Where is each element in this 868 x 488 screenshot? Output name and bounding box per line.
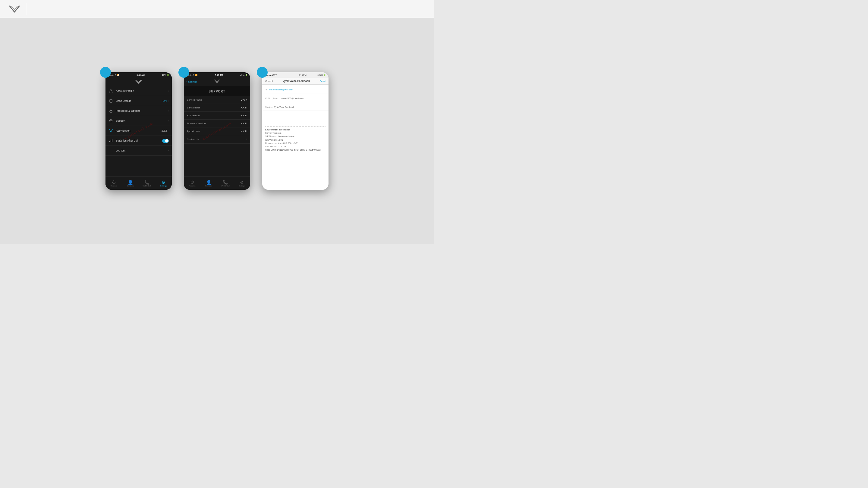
email-body-line-5: Case UUID: D611D9DB-FA03-57CF-BD78-E4312… [265, 148, 326, 152]
menu-value-case-details: ON [163, 99, 167, 102]
tab-vysk-call-2[interactable]: 📞 VYSK Call [217, 180, 234, 187]
support-icon [108, 119, 113, 123]
phone3-time-display: 6:19 PM [299, 74, 307, 76]
back-text: Settings [188, 80, 197, 83]
email-body-lines: Server: vysk.com SIP Number: No account … [265, 131, 326, 152]
menu-value-app-version: 2.5.5 [161, 129, 167, 132]
support-value-firmware: X.X.III [241, 122, 247, 125]
phone2-nav-bar: ‹ Settings [184, 78, 250, 86]
email-cc-label: Cc/Bcc, From: [265, 97, 278, 99]
step1-circle [100, 67, 111, 78]
email-env-title: Environment Information [265, 128, 326, 131]
tab-contacts-1[interactable]: 👤 Contacts [122, 180, 138, 187]
email-subject-label: Subject: [265, 106, 273, 108]
phone1-wrapper: Carrier ▾ 📶 9:41 AM 42% 🔋 [105, 72, 172, 190]
menu-label-case-details: Case Details [116, 99, 163, 102]
email-to-label: To: [265, 89, 268, 91]
tab-recents-1[interactable]: ⏱ Recents [105, 180, 122, 187]
back-to-settings-button[interactable]: ‹ Settings [184, 79, 199, 85]
tab-vysk-call-1[interactable]: 📞 VYSK Call [138, 180, 155, 187]
menu-label-app-version: App Version [116, 129, 161, 132]
chevron-right-icon5: › [168, 149, 169, 152]
gear-icon2: ⚙ [240, 180, 244, 185]
email-cancel-button[interactable]: Cancel [265, 80, 273, 83]
email-body[interactable]: Environment Information Server: vysk.com… [262, 111, 329, 190]
support-row-ios: iOS Version X.X.III [184, 112, 250, 120]
phone1-battery: 42% 🔋 [162, 74, 169, 76]
gear-icon-active: ⚙ [161, 180, 165, 185]
email-divider [265, 127, 326, 127]
email-cc-value: bswain2000@icloud.com [280, 97, 304, 99]
email-body-line-4: App version: 1.2.1170 [265, 145, 326, 148]
support-label-firmware: Firmware Version [187, 122, 241, 125]
contacts-icon: 👤 [128, 180, 133, 185]
support-row-contact-us[interactable]: Contact Us › [184, 135, 250, 144]
phone2-vysk-logo-icon [214, 79, 220, 84]
phone2-support-screen: SUPPORT Service Name VYSK SIP Number X.X… [184, 86, 250, 176]
phone2-wrapper: Carrier ▾ 📶 9:41 AM 42% 🔋 ‹ Settings [184, 72, 250, 190]
tab-recents-2[interactable]: ⏱ Recents [184, 180, 200, 187]
menu-item-logout[interactable]: Log Out › [105, 146, 172, 156]
phone1-tab-bar: ⏱ Recents 👤 Contacts 📞 VYSK Call ⚙ Setti… [105, 176, 172, 190]
chart-icon [108, 138, 113, 143]
chevron-right-icon: › [168, 90, 169, 93]
tab-settings-2[interactable]: ⚙ Settings [234, 180, 250, 187]
vysk-logo-icon [9, 5, 20, 13]
phone1: Carrier ▾ 📶 9:41 AM 42% 🔋 [105, 72, 172, 190]
email-body-line-0: Server: vysk.com [265, 131, 326, 135]
phone1-app-header [105, 78, 172, 86]
step2-circle [179, 67, 189, 78]
chevron-right-icon4: › [168, 119, 169, 122]
menu-item-statistics[interactable]: Statistics After Call [105, 136, 172, 146]
email-body-line-3: Firmware version: 8.0.7.736.qs1-01 [265, 141, 326, 145]
statistics-toggle[interactable] [162, 139, 169, 143]
phone3-battery: 100% 🔋 [317, 74, 326, 76]
email-nav-bar: Cancel Vysk Voice Feedback Send [262, 78, 329, 85]
header [0, 0, 434, 18]
menu-item-app-version: App Version 2.5.5 [105, 126, 172, 136]
support-row-service-name: Service Name VYSK [184, 96, 250, 104]
tab-label-recents-2: Recents [189, 185, 195, 187]
phone2-time: 9:41 AM [215, 74, 223, 76]
menu-item-support[interactable]: Support › [105, 116, 172, 126]
svg-rect-3 [110, 110, 112, 112]
clock-icon2: ⏱ [190, 180, 194, 185]
back-chevron-icon: ‹ [186, 80, 187, 84]
svg-rect-7 [111, 140, 111, 142]
call-icon2: 📞 [223, 180, 228, 185]
tab-settings-1[interactable]: ⚙ Settings [155, 180, 172, 187]
support-label-service: Service Name [187, 98, 241, 101]
chevron-right-icon3: › [168, 109, 169, 112]
phone3-status-bar: ●●●●● AT&T Vysk Voice Feedback 6:19 PM 1… [262, 72, 329, 78]
tab-contacts-2[interactable]: 👤 Contacts [200, 180, 217, 187]
logo-divider [26, 3, 26, 15]
email-send-button[interactable]: Send [319, 80, 326, 83]
vysk-v-icon [108, 128, 113, 133]
support-row-app-version: App Version X.X.III [184, 127, 250, 135]
email-body-line-2: iOS Version: 10.0.2 [265, 138, 326, 141]
support-screen-title: SUPPORT [209, 90, 225, 93]
menu-item-account-profile[interactable]: Account Profile › [105, 86, 172, 96]
svg-point-5 [111, 122, 111, 122]
svg-rect-6 [110, 141, 110, 142]
email-body-line-1: SIP Number: No account name [265, 135, 326, 138]
tab-label-contacts-2: Contacts [205, 185, 213, 187]
support-row-sip: SIP Number X.X.III [184, 104, 250, 112]
tab-label-vysk-call-1: VYSK Call [143, 185, 151, 187]
menu-label-support: Support [116, 119, 168, 122]
svg-rect-8 [112, 139, 113, 142]
support-value-service: VYSK [241, 98, 247, 101]
email-subject-field: Subject: Vysk Voice Feedback [262, 102, 329, 111]
support-row-firmware: Firmware Version X.X.III [184, 120, 250, 127]
menu-item-passcode[interactable]: Passcode & Options › [105, 106, 172, 116]
menu-item-case-details[interactable]: Case Details ON › [105, 96, 172, 106]
tab-label-recents-1: Recents [110, 185, 117, 187]
step3-circle [257, 67, 268, 78]
support-header: SUPPORT [184, 86, 250, 96]
email-cc-field: Cc/Bcc, From: bswain2000@icloud.com [262, 93, 329, 102]
support-value-app: X.X.III [241, 130, 247, 133]
phone2-tab-bar: ⏱ Recents 👤 Contacts 📞 VYSK Call ⚙ Setti… [184, 176, 250, 190]
email-subject-value: Vysk Voice Feedback [274, 106, 294, 108]
call-icon: 📞 [144, 180, 150, 185]
support-value-ios: X.X.III [241, 114, 247, 117]
